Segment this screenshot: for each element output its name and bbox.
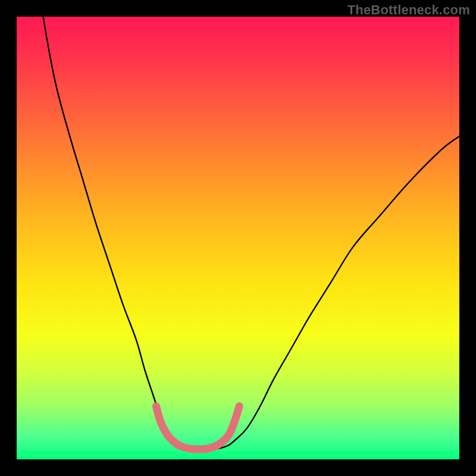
watermark-text: TheBottleneck.com	[347, 2, 470, 18]
pink-floor-band	[156, 406, 239, 449]
bottleneck-curve	[43, 17, 459, 450]
curve-layer	[17, 17, 459, 459]
chart-frame: TheBottleneck.com	[0, 0, 476, 476]
plot-area	[17, 17, 459, 459]
